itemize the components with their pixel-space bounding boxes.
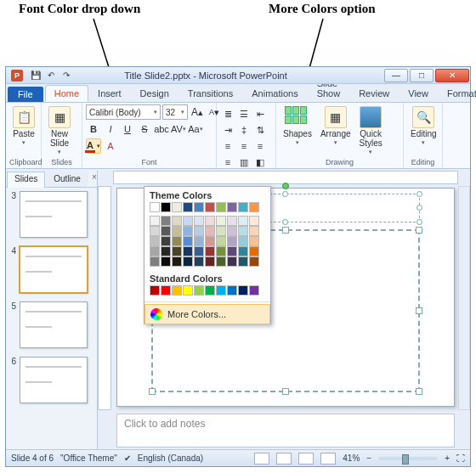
tab-review[interactable]: Review — [349, 85, 399, 102]
color-swatch[interactable] — [150, 216, 160, 226]
color-swatch[interactable] — [194, 216, 204, 226]
sorter-view-button[interactable] — [276, 453, 292, 465]
reading-view-button[interactable] — [298, 453, 314, 465]
rotate-handle[interactable] — [282, 183, 289, 189]
status-spellcheck-icon[interactable]: ✔ — [124, 453, 131, 463]
slide-thumbnail[interactable]: 6 — [8, 357, 95, 403]
color-swatch[interactable] — [227, 226, 237, 236]
color-swatch[interactable] — [150, 236, 160, 246]
color-swatch[interactable] — [205, 236, 215, 246]
clear-format-button[interactable]: A — [103, 138, 118, 154]
color-swatch[interactable] — [227, 256, 237, 267]
increase-indent-button[interactable]: ⇥ — [220, 122, 235, 138]
normal-view-button[interactable] — [254, 453, 269, 465]
color-swatch[interactable] — [216, 216, 226, 226]
color-swatch[interactable] — [194, 285, 204, 296]
color-swatch[interactable] — [172, 202, 182, 212]
outline-tab[interactable]: Outline — [46, 172, 88, 188]
shadow-button[interactable]: abc — [154, 121, 169, 137]
color-swatch[interactable] — [227, 236, 237, 246]
columns-button[interactable]: ▥ — [236, 155, 252, 170]
bullets-button[interactable]: ≣ — [220, 106, 235, 121]
color-swatch[interactable] — [150, 246, 160, 256]
color-swatch[interactable] — [238, 226, 248, 236]
color-swatch[interactable] — [183, 216, 193, 226]
color-swatch[interactable] — [150, 256, 160, 267]
color-swatch[interactable] — [161, 216, 171, 226]
editing-button[interactable]: 🔍Editing▾ — [407, 104, 440, 148]
quick-styles-button[interactable]: Quick Styles▾ — [356, 104, 386, 157]
color-swatch[interactable] — [172, 285, 182, 296]
tab-transitions[interactable]: Transitions — [178, 85, 242, 102]
color-swatch[interactable] — [238, 202, 248, 212]
font-size-combo[interactable]: 32▾ — [162, 104, 188, 120]
color-swatch[interactable] — [205, 256, 215, 267]
more-colors-item[interactable]: More Colors... — [144, 304, 270, 324]
color-swatch[interactable] — [194, 246, 204, 256]
zoom-out-button[interactable]: − — [366, 453, 371, 463]
color-swatch[interactable] — [183, 236, 193, 246]
color-swatch[interactable] — [238, 285, 248, 296]
align-center-button[interactable]: ≡ — [236, 138, 252, 154]
zoom-percent[interactable]: 41% — [343, 453, 360, 463]
color-swatch[interactable] — [172, 246, 182, 256]
align-right-button[interactable]: ≡ — [252, 138, 268, 154]
color-swatch[interactable] — [249, 256, 259, 267]
color-swatch[interactable] — [249, 246, 259, 256]
color-swatch[interactable] — [205, 202, 215, 212]
qat-undo-icon[interactable]: ↶ — [45, 69, 57, 81]
shapes-button[interactable]: Shapes▾ — [280, 104, 315, 148]
underline-button[interactable]: U — [120, 121, 135, 137]
color-swatch[interactable] — [238, 246, 248, 256]
color-swatch[interactable] — [238, 236, 248, 246]
color-swatch[interactable] — [205, 216, 215, 226]
tab-insert[interactable]: Insert — [88, 85, 131, 102]
color-swatch[interactable] — [172, 226, 182, 236]
change-case-button[interactable]: Aa▾ — [188, 121, 203, 137]
color-swatch[interactable] — [249, 216, 259, 226]
numbering-button[interactable]: ☰ — [236, 106, 252, 121]
color-swatch[interactable] — [150, 285, 160, 296]
tab-home[interactable]: Home — [45, 85, 88, 102]
justify-button[interactable]: ≡ — [220, 155, 235, 170]
color-swatch[interactable] — [216, 236, 226, 246]
close-button[interactable]: ✕ — [435, 69, 469, 82]
text-direction-button[interactable]: ⇅ — [252, 122, 268, 138]
color-swatch[interactable] — [183, 226, 193, 236]
color-swatch[interactable] — [216, 202, 226, 212]
color-swatch[interactable] — [183, 246, 193, 256]
color-swatch[interactable] — [227, 202, 237, 212]
color-swatch[interactable] — [205, 226, 215, 236]
color-swatch[interactable] — [216, 285, 226, 296]
color-swatch[interactable] — [249, 202, 259, 212]
color-swatch[interactable] — [216, 256, 226, 267]
zoom-in-button[interactable]: + — [445, 453, 450, 463]
slide-thumbnail[interactable]: 4 — [8, 246, 95, 293]
tab-animations[interactable]: Animations — [242, 85, 307, 102]
color-swatch[interactable] — [172, 216, 182, 226]
qat-redo-icon[interactable]: ↷ — [60, 69, 72, 81]
tab-design[interactable]: Design — [131, 85, 178, 102]
color-swatch[interactable] — [227, 216, 237, 226]
bold-button[interactable]: B — [86, 121, 101, 137]
color-swatch[interactable] — [172, 236, 182, 246]
color-swatch[interactable] — [183, 256, 193, 267]
color-swatch[interactable] — [227, 285, 237, 296]
color-swatch[interactable] — [161, 236, 171, 246]
color-swatch[interactable] — [194, 236, 204, 246]
color-swatch[interactable] — [238, 256, 248, 267]
maximize-button[interactable]: □ — [410, 69, 434, 82]
color-swatch[interactable] — [238, 216, 248, 226]
color-swatch[interactable] — [161, 285, 171, 296]
paste-button[interactable]: 📋Paste▾ — [9, 104, 38, 148]
strike-button[interactable]: S — [137, 121, 152, 137]
color-swatch[interactable] — [249, 236, 259, 246]
convert-smartart-button[interactable]: ◧ — [252, 155, 268, 170]
line-spacing-button[interactable]: ‡ — [236, 122, 252, 138]
decrease-indent-button[interactable]: ⇤ — [252, 106, 268, 121]
color-swatch[interactable] — [161, 202, 171, 212]
minimize-button[interactable]: — — [384, 69, 408, 82]
color-swatch[interactable] — [161, 256, 171, 267]
tab-view[interactable]: View — [399, 85, 438, 102]
color-swatch[interactable] — [172, 256, 182, 267]
